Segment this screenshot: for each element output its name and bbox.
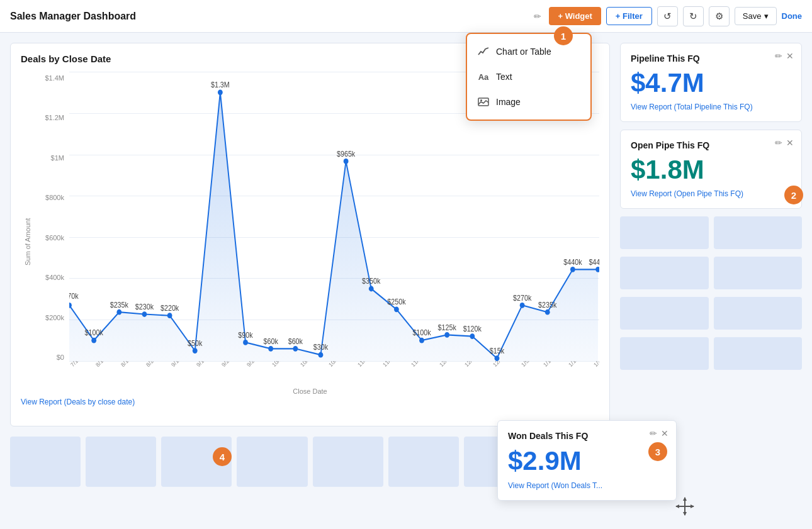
placeholder-cell <box>620 297 709 330</box>
pipeline-edit-icon[interactable]: ✏ <box>775 51 782 61</box>
value-label: $440k <box>563 258 582 266</box>
data-point <box>167 313 172 318</box>
undo-button[interactable]: ↺ <box>657 6 678 26</box>
main-content: Deals by Close Date Sum of Amount $1.4M … <box>0 33 812 529</box>
svg-marker-7 <box>691 504 694 508</box>
pipeline-view-report[interactable]: View Report (Total Pipeline This FQ) <box>631 103 791 111</box>
won-deals-close-icon[interactable]: ✕ <box>661 428 668 438</box>
placeholder-cell <box>620 337 709 370</box>
value-label: $270k <box>513 294 532 302</box>
open-pipe-edit-icon[interactable]: ✏ <box>775 138 782 148</box>
won-deals-edit-icon[interactable]: ✏ <box>650 428 657 438</box>
open-pipe-card: Open Pipe This FQ ✏ ✕ $1.8M View Report … <box>620 130 802 209</box>
settings-button[interactable]: ⚙ <box>709 6 730 26</box>
chart-view-report[interactable]: View Report (Deals by close date) <box>21 398 599 406</box>
value-label: $15k <box>490 347 505 355</box>
placeholder-cell <box>714 216 803 249</box>
data-point <box>268 346 273 352</box>
value-label: $60k <box>288 337 303 345</box>
won-deals-view-report[interactable]: View Report (Won Deals T... <box>508 481 666 490</box>
svg-marker-4 <box>683 497 687 501</box>
value-label: $235k <box>538 301 557 309</box>
data-point <box>319 352 324 358</box>
value-label: $270k <box>69 292 79 301</box>
data-point <box>394 306 399 312</box>
data-point <box>344 159 349 164</box>
placeholder-cell <box>620 257 709 289</box>
value-label: $220k <box>161 304 179 313</box>
data-point <box>520 303 525 308</box>
image-label: Image <box>496 97 521 107</box>
data-point <box>116 309 121 315</box>
open-pipe-close-icon[interactable]: ✕ <box>786 138 794 148</box>
header-actions: + Widget + Filter ↺ ↻ ⚙ Save ▾ Done <box>549 6 802 26</box>
placeholder-cell <box>388 437 459 487</box>
x-axis: 7/11/2023 8/10/2023 8/18/2023 8/25/2023 … <box>69 361 599 386</box>
text-option[interactable]: Aa Text <box>467 64 590 89</box>
value-label: $1.3M <box>211 81 230 89</box>
done-button[interactable]: Done <box>782 11 803 21</box>
text-icon: Aa <box>477 70 490 83</box>
chart-icon <box>477 45 490 58</box>
pipeline-card: Pipeline This FQ ✏ ✕ $4.7M View Report (… <box>620 43 802 122</box>
badge-2: 2 <box>784 186 803 204</box>
data-point <box>293 346 298 352</box>
value-label: $440k <box>589 258 599 266</box>
value-label: $100k <box>85 329 104 337</box>
data-point <box>470 333 475 339</box>
pipeline-title: Pipeline This FQ <box>631 53 791 64</box>
open-pipe-view-report[interactable]: View Report (Open Pipe This FQ) <box>631 189 791 198</box>
open-pipe-value: $1.8M <box>631 155 791 184</box>
data-point <box>193 348 198 354</box>
pipeline-value: $4.7M <box>631 69 791 97</box>
widget-button[interactable]: + Widget <box>549 7 601 25</box>
y-axis: $1.4M $1.2M $1M $800k $600k $400k $200k … <box>35 72 69 386</box>
data-point <box>243 340 248 345</box>
placeholder-cell <box>86 437 156 487</box>
chart-fill <box>69 92 598 361</box>
chart-table-option[interactable]: Chart or Table <box>467 39 590 64</box>
data-point <box>419 338 424 343</box>
chart-table-label: Chart or Table <box>496 47 551 57</box>
won-deals-card: Won Deals This FQ ✏ ✕ $2.9M View Report … <box>497 420 677 501</box>
placeholder-cell <box>313 437 383 487</box>
x-axis-title: Close Date <box>21 387 599 395</box>
placeholder-cell <box>714 337 803 370</box>
value-label: $100k <box>412 329 431 337</box>
badge-3: 3 <box>648 442 667 461</box>
image-icon <box>477 96 490 108</box>
data-point <box>545 309 550 315</box>
filter-button[interactable]: + Filter <box>606 7 652 25</box>
value-label: $250k <box>387 298 406 306</box>
image-option[interactable]: Image <box>467 89 590 114</box>
value-label: $60k <box>263 337 278 345</box>
svg-marker-5 <box>683 512 687 516</box>
save-button[interactable]: Save ▾ <box>735 7 777 25</box>
data-point <box>444 332 449 338</box>
data-point <box>142 311 147 317</box>
dashboard-title: Sales Manager Dashboard <box>10 11 524 22</box>
data-point <box>495 355 500 361</box>
placeholder-cell <box>10 437 81 487</box>
move-cursor-icon <box>675 496 695 519</box>
widget-dropdown: Chart or Table Aa Text Image <box>466 33 592 121</box>
value-label: $235k <box>110 301 129 309</box>
header: Sales Manager Dashboard ✏ + Widget + Fil… <box>0 0 812 33</box>
pipeline-close-icon[interactable]: ✕ <box>786 51 794 61</box>
right-placeholder-row-4 <box>620 337 802 370</box>
y-axis-label: Sum of Amount <box>24 218 31 265</box>
value-label: $350k <box>362 277 381 286</box>
data-point <box>91 338 96 343</box>
value-label: $50k <box>188 339 203 347</box>
value-label: $30k <box>313 343 329 352</box>
value-label: $125k <box>438 323 457 331</box>
data-point <box>218 89 223 95</box>
edit-icon[interactable]: ✏ <box>534 11 541 21</box>
placeholder-cell <box>714 257 803 289</box>
placeholder-cell <box>714 297 803 330</box>
badge-1: 1 <box>554 26 573 45</box>
right-placeholder-row-1 <box>620 216 802 249</box>
redo-button[interactable]: ↻ <box>683 6 704 26</box>
text-label: Text <box>496 72 512 82</box>
right-placeholder-row-3 <box>620 297 802 330</box>
